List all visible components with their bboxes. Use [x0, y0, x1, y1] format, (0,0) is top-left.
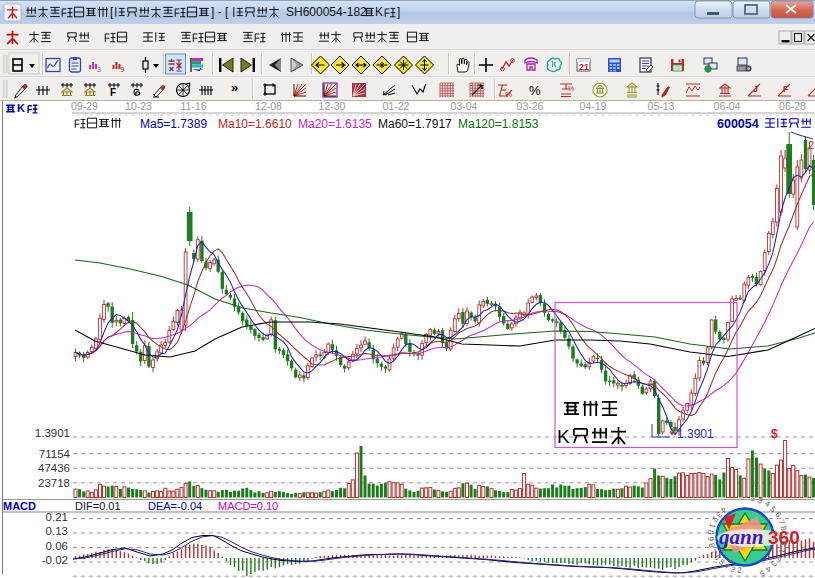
svg-text:gann: gann — [718, 525, 763, 549]
svg-text:%: % — [505, 90, 512, 99]
svg-text:0.06: 0.06 — [46, 540, 68, 552]
svg-text:71154: 71154 — [39, 448, 71, 460]
svg-text:9: 9 — [121, 66, 125, 73]
svg-text:12-30: 12-30 — [319, 100, 346, 112]
svg-text:1.3901: 1.3901 — [677, 427, 714, 441]
svg-text:]: ] — [397, 5, 400, 19]
svg-text:DIF=0.01: DIF=0.01 — [75, 500, 121, 512]
svg-text:47436: 47436 — [38, 462, 70, 474]
svg-text:%: % — [529, 83, 541, 98]
svg-text:»: » — [231, 80, 238, 95]
svg-text:K: K — [17, 102, 25, 114]
svg-text:F: F — [783, 84, 789, 94]
svg-text:K: K — [557, 426, 570, 447]
svg-text:J: J — [753, 84, 758, 94]
svg-text:0.13: 0.13 — [46, 525, 68, 537]
svg-text:$: $ — [771, 427, 778, 441]
svg-text:Ma10=1.6610: Ma10=1.6610 — [218, 117, 292, 131]
svg-text:Ma20=1.6135: Ma20=1.6135 — [298, 117, 372, 131]
svg-text:Ma5=1.7389: Ma5=1.7389 — [140, 117, 207, 131]
svg-text:09-29: 09-29 — [71, 100, 98, 112]
svg-text:11-16: 11-16 — [180, 100, 206, 112]
svg-text:K: K — [375, 5, 383, 19]
svg-text:06-28: 06-28 — [779, 100, 806, 112]
svg-text:600054: 600054 — [717, 117, 759, 131]
svg-text:1.3901: 1.3901 — [35, 427, 70, 439]
svg-text:21: 21 — [579, 62, 589, 72]
svg-text:0.21: 0.21 — [46, 511, 68, 523]
svg-text:12-08: 12-08 — [255, 100, 282, 112]
svg-text:Ma120=1.8153: Ma120=1.8153 — [458, 117, 539, 131]
svg-text:] - [: ] - [ — [211, 5, 229, 19]
svg-text:SH600054-182: SH600054-182 — [286, 5, 367, 19]
svg-text:23718: 23718 — [38, 477, 70, 489]
svg-text:9: 9 — [780, 534, 789, 539]
svg-text:2: 2 — [808, 139, 814, 151]
svg-text:3: 3 — [97, 66, 101, 73]
svg-text:MACD=0.10: MACD=0.10 — [218, 500, 278, 512]
svg-text:%: % — [568, 85, 574, 92]
svg-text:10-23: 10-23 — [125, 100, 152, 112]
svg-text:03-26: 03-26 — [517, 100, 544, 112]
svg-text:F: F — [110, 87, 116, 98]
svg-text:03-04: 03-04 — [451, 100, 478, 112]
svg-text:05-13: 05-13 — [648, 100, 675, 112]
svg-text:01-22: 01-22 — [383, 100, 410, 112]
svg-text:Ma60=1.7917: Ma60=1.7917 — [378, 117, 452, 131]
svg-text:MACD: MACD — [3, 500, 36, 512]
svg-text:04-19: 04-19 — [580, 100, 607, 112]
svg-text:DEA=-0.04: DEA=-0.04 — [148, 500, 202, 512]
svg-text:-0.02: -0.02 — [42, 554, 68, 566]
svg-text:06-04: 06-04 — [714, 100, 741, 112]
